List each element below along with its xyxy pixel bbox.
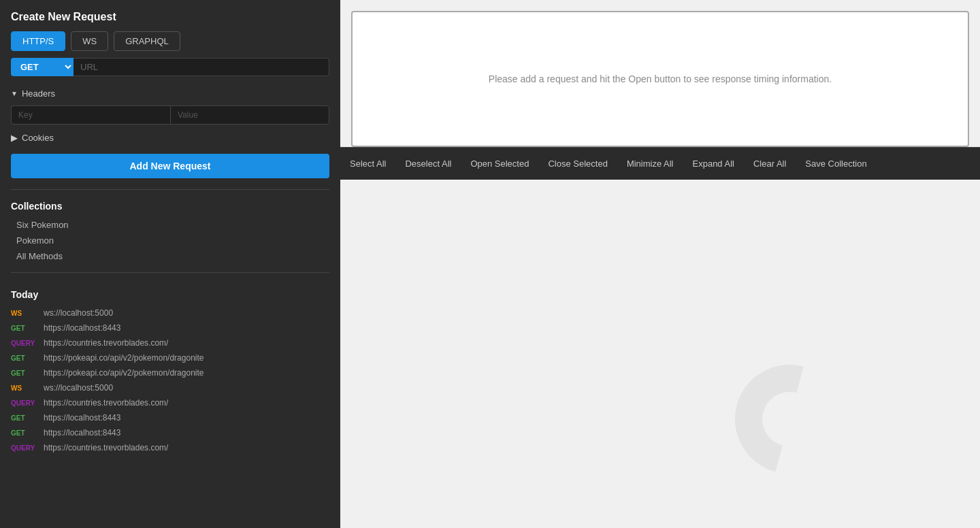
history-item[interactable]: GET https://localhost:8443 xyxy=(0,410,340,425)
history-method-badge: WS xyxy=(11,384,38,392)
method-select[interactable]: GET POST PUT DELETE PATCH xyxy=(11,58,74,76)
sidebar-title: Create New Request xyxy=(0,0,340,31)
header-key-input[interactable] xyxy=(11,105,170,125)
collections-title: Collections xyxy=(0,198,340,217)
history-item[interactable]: QUERY https://countries.trevorblades.com… xyxy=(0,440,340,455)
history-item[interactable]: QUERY https://countries.trevorblades.com… xyxy=(0,335,340,350)
header-value-input[interactable] xyxy=(170,105,329,125)
headers-label: Headers xyxy=(22,88,55,99)
toolbar-close-selected[interactable]: Close Selected xyxy=(538,153,617,174)
history-method-badge: GET xyxy=(11,414,38,422)
history-item[interactable]: GET https://localhost:8443 xyxy=(0,425,340,440)
sidebar: Create New Request HTTP/S WS GRAPHQL GET… xyxy=(0,0,340,528)
headers-section[interactable]: ▼ Headers xyxy=(0,84,340,103)
toolbar-clear-all[interactable]: Clear All xyxy=(744,153,796,174)
logo-watermark xyxy=(735,365,844,474)
add-request-button[interactable]: Add New Request xyxy=(11,154,329,178)
toolbar-minimize-all[interactable]: Minimize All xyxy=(617,153,683,174)
history-method-badge: GET xyxy=(11,369,38,377)
history-title: Today xyxy=(0,281,340,306)
sidebar-divider-2 xyxy=(11,272,329,273)
history-url: https://localhost:8443 xyxy=(44,428,120,438)
collection-item-six-pokemon[interactable]: Six Pokemon xyxy=(0,217,340,233)
history-method-badge: QUERY xyxy=(11,444,38,452)
headers-arrow: ▼ xyxy=(11,90,18,97)
logo-c-shape xyxy=(715,345,864,494)
history-item[interactable]: WS ws://localhost:5000 xyxy=(0,306,340,320)
history-method-badge: WS xyxy=(11,310,38,317)
collection-item-pokemon[interactable]: Pokemon xyxy=(0,233,340,248)
history-method-badge: GET xyxy=(11,354,38,362)
main-panel: Please add a request and hit the Open bu… xyxy=(340,0,980,528)
history-url: https://pokeapi.co/api/v2/pokemon/dragon… xyxy=(44,368,204,378)
url-input[interactable] xyxy=(74,58,329,76)
protocol-buttons: HTTP/S WS GRAPHQL xyxy=(0,31,340,58)
history-item[interactable]: GET https://localhost:8443 xyxy=(0,320,340,335)
toolbar-select-all[interactable]: Select All xyxy=(340,153,395,174)
history-url: https://localhost:8443 xyxy=(44,323,120,333)
headers-grid xyxy=(11,105,329,125)
cookies-label: Cookies xyxy=(22,133,54,143)
history-url: https://localhost:8443 xyxy=(44,413,120,423)
collection-item-all-methods[interactable]: All Methods xyxy=(0,248,340,264)
preview-panel: Please add a request and hit the Open bu… xyxy=(351,11,969,147)
toolbar-save-collection[interactable]: Save Collection xyxy=(796,153,876,174)
history-url: https://countries.trevorblades.com/ xyxy=(44,443,168,452)
protocol-graphql[interactable]: GRAPHQL xyxy=(114,31,180,51)
history-method-badge: GET xyxy=(11,429,38,437)
history-method-badge: QUERY xyxy=(11,340,38,347)
history-method-badge: QUERY xyxy=(11,399,38,407)
empty-area xyxy=(340,180,980,528)
protocol-https[interactable]: HTTP/S xyxy=(11,31,65,51)
cookies-arrow: ▶ xyxy=(11,133,18,143)
history-item[interactable]: GET https://pokeapi.co/api/v2/pokemon/dr… xyxy=(0,350,340,365)
history-item[interactable]: GET https://pokeapi.co/api/v2/pokemon/dr… xyxy=(0,365,340,380)
history-url: ws://localhost:5000 xyxy=(44,383,113,393)
method-url-row: GET POST PUT DELETE PATCH xyxy=(0,58,340,84)
protocol-ws[interactable]: WS xyxy=(71,31,108,51)
history-url: https://pokeapi.co/api/v2/pokemon/dragon… xyxy=(44,353,204,363)
history-url: ws://localhost:5000 xyxy=(44,308,113,318)
history-item[interactable]: WS ws://localhost:5000 xyxy=(0,380,340,395)
toolbar-deselect-all[interactable]: Deselect All xyxy=(395,153,461,174)
history-method-badge: GET xyxy=(11,325,38,332)
cookies-section[interactable]: ▶ Cookies xyxy=(0,130,340,148)
preview-placeholder: Please add a request and hit the Open bu… xyxy=(475,33,845,125)
history-url: https://countries.trevorblades.com/ xyxy=(44,338,168,348)
history-list: WS ws://localhost:5000 GET https://local… xyxy=(0,306,340,455)
history-url: https://countries.trevorblades.com/ xyxy=(44,398,168,408)
sidebar-divider-1 xyxy=(11,189,329,190)
toolbar-expand-all[interactable]: Expand All xyxy=(683,153,744,174)
toolbar-open-selected[interactable]: Open Selected xyxy=(461,153,538,174)
toolbar: Select AllDeselect AllOpen SelectedClose… xyxy=(340,147,980,180)
history-item[interactable]: QUERY https://countries.trevorblades.com… xyxy=(0,395,340,410)
